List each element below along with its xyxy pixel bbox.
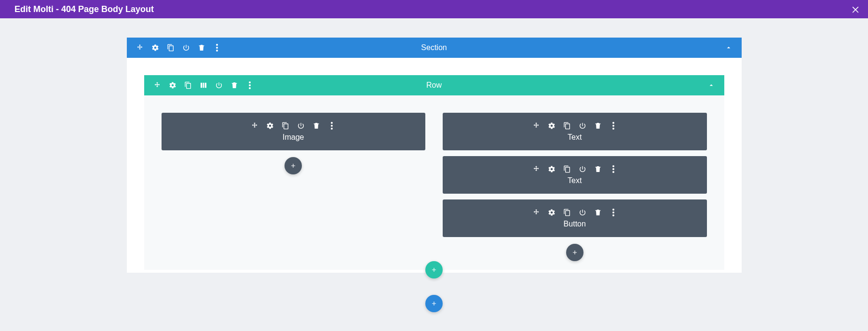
module-button[interactable]: Button	[443, 199, 707, 237]
power-icon[interactable]	[182, 43, 190, 52]
plus-icon	[431, 266, 437, 273]
module-toolbar	[250, 121, 336, 130]
move-icon[interactable]	[250, 121, 259, 130]
row-toolbar	[144, 81, 254, 90]
module-toolbar	[532, 121, 618, 130]
row-block: Row	[144, 75, 724, 270]
add-section-button[interactable]	[425, 295, 443, 312]
modal-header: Edit Molti - 404 Page Body Layout	[0, 0, 868, 18]
svg-point-2	[216, 50, 218, 52]
duplicate-icon[interactable]	[184, 81, 192, 90]
module-label: Image	[283, 133, 304, 142]
gear-icon[interactable]	[266, 121, 274, 130]
duplicate-icon[interactable]	[563, 165, 571, 173]
move-icon[interactable]	[532, 208, 541, 217]
more-icon[interactable]	[609, 208, 618, 217]
svg-point-7	[331, 125, 333, 127]
module-text-1[interactable]: Text	[443, 113, 707, 150]
gear-icon[interactable]	[168, 81, 177, 90]
power-icon[interactable]	[215, 81, 223, 90]
columns-icon[interactable]	[199, 81, 208, 90]
svg-point-14	[612, 171, 614, 173]
svg-point-0	[216, 44, 218, 46]
gear-icon[interactable]	[547, 121, 556, 130]
section-toolbar	[127, 43, 221, 52]
trash-icon[interactable]	[230, 81, 239, 90]
row-header[interactable]: Row	[144, 75, 724, 95]
builder-canvas: Section Row	[0, 18, 868, 292]
trash-icon[interactable]	[594, 208, 602, 217]
plus-icon	[290, 162, 297, 169]
svg-point-6	[331, 122, 333, 124]
collapse-row-button[interactable]	[707, 81, 716, 90]
more-icon[interactable]	[327, 121, 336, 130]
svg-point-13	[612, 168, 614, 170]
module-label: Button	[564, 220, 586, 228]
close-button[interactable]	[850, 3, 861, 15]
add-row-button[interactable]	[425, 261, 443, 278]
trash-icon[interactable]	[197, 43, 206, 52]
plus-icon	[571, 249, 578, 256]
duplicate-icon[interactable]	[281, 121, 290, 130]
move-icon[interactable]	[532, 165, 541, 173]
duplicate-icon[interactable]	[563, 121, 571, 130]
svg-point-11	[612, 128, 614, 130]
svg-point-8	[331, 128, 333, 130]
trash-icon[interactable]	[312, 121, 321, 130]
power-icon[interactable]	[297, 121, 305, 130]
add-module-button[interactable]	[285, 157, 302, 174]
gear-icon[interactable]	[151, 43, 160, 52]
row-body: Image	[144, 95, 724, 270]
chevron-up-icon	[725, 44, 732, 52]
power-icon[interactable]	[578, 208, 587, 217]
module-text-2[interactable]: Text	[443, 156, 707, 194]
more-icon[interactable]	[245, 81, 254, 90]
more-icon[interactable]	[609, 165, 618, 173]
move-icon[interactable]	[153, 81, 162, 90]
collapse-section-button[interactable]	[724, 43, 733, 52]
power-icon[interactable]	[578, 121, 587, 130]
svg-point-10	[612, 125, 614, 127]
move-icon[interactable]	[136, 43, 144, 52]
svg-point-15	[612, 209, 614, 211]
duplicate-icon[interactable]	[166, 43, 175, 52]
module-toolbar	[532, 165, 618, 173]
section-body: Row	[127, 58, 742, 273]
plus-icon	[431, 300, 437, 307]
svg-point-1	[216, 47, 218, 49]
trash-icon[interactable]	[594, 165, 602, 173]
module-label: Text	[568, 176, 582, 185]
move-icon[interactable]	[532, 121, 541, 130]
close-icon	[851, 4, 860, 14]
svg-point-17	[612, 214, 614, 216]
module-toolbar	[532, 208, 618, 217]
gear-icon[interactable]	[547, 165, 556, 173]
trash-icon[interactable]	[594, 121, 602, 130]
svg-point-16	[612, 212, 614, 213]
svg-point-3	[249, 81, 251, 83]
module-image[interactable]: Image	[162, 113, 426, 150]
module-label: Text	[568, 133, 582, 142]
section-header[interactable]: Section	[127, 38, 742, 58]
more-icon[interactable]	[609, 121, 618, 130]
svg-point-5	[249, 87, 251, 89]
svg-point-12	[612, 165, 614, 167]
more-icon[interactable]	[213, 43, 221, 52]
column-2: Text Text	[443, 113, 707, 261]
add-module-button[interactable]	[566, 244, 583, 261]
chevron-up-icon	[707, 81, 715, 89]
svg-point-9	[612, 122, 614, 124]
svg-point-4	[249, 84, 251, 86]
gear-icon[interactable]	[547, 208, 556, 217]
section-block: Section Row	[127, 38, 742, 273]
power-icon[interactable]	[578, 165, 587, 173]
modal-title: Edit Molti - 404 Page Body Layout	[14, 4, 154, 14]
duplicate-icon[interactable]	[563, 208, 571, 217]
column-1: Image	[162, 113, 426, 261]
